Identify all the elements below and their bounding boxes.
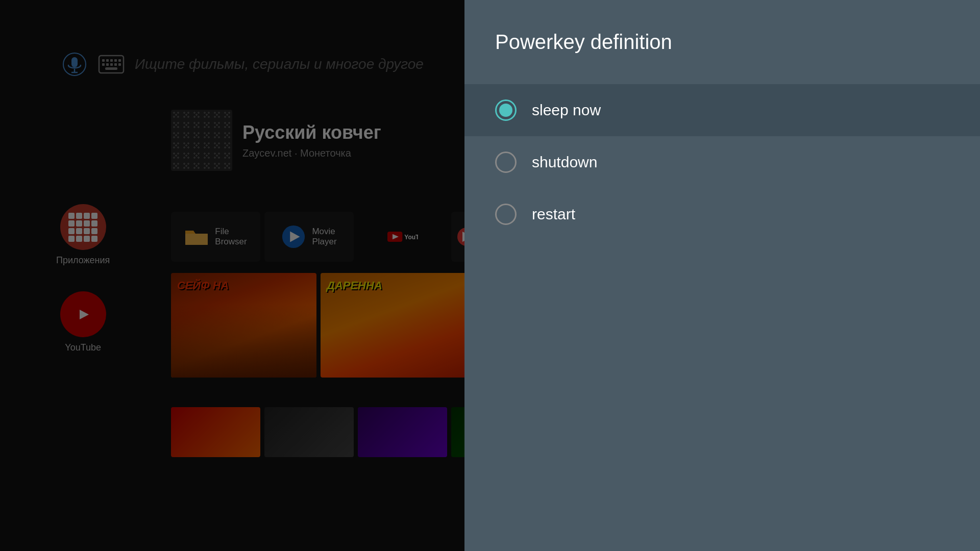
launcher-background: Ищите фильмы, сериалы и многое другое Ру…: [0, 0, 464, 551]
video-thumb-2[interactable]: ДАРЕННА: [321, 273, 464, 378]
restart-label: restart: [532, 206, 575, 223]
video-text-1: СЕЙФ НА: [177, 279, 229, 292]
featured-subtitle: Zaycev.net · Монеточка: [242, 147, 381, 159]
powerkey-option-restart[interactable]: restart: [464, 188, 980, 240]
powerkey-option-shutdown[interactable]: shutdown: [464, 136, 980, 188]
mic-icon[interactable]: [61, 51, 88, 78]
youtube-circle: [60, 291, 106, 337]
youtube-logo: YouTube: [387, 230, 418, 244]
featured-card: Русский ковчег Zaycev.net · Монеточка: [171, 110, 381, 171]
svg-rect-1: [71, 57, 78, 67]
search-bar: Ищите фильмы, сериалы и многое другое: [61, 51, 444, 78]
app-tile-file-browser[interactable]: FileBrowser: [171, 212, 260, 262]
keyboard-icon[interactable]: [98, 51, 125, 78]
app-tile-youtube[interactable]: YouTube: [358, 212, 447, 262]
featured-thumbnail: [171, 110, 232, 171]
svg-rect-6: [106, 59, 109, 62]
youtube-label: YouTube: [65, 342, 101, 353]
video-text-2: ДАРЕННА: [327, 279, 382, 292]
apps-circle: [60, 204, 106, 250]
powerkey-title: Powerkey definition: [464, 0, 980, 74]
featured-info: Русский ковчег Zaycev.net · Монеточка: [242, 122, 381, 159]
powerkey-option-sleep[interactable]: sleep now: [464, 84, 980, 136]
movie-player-icon: [281, 224, 306, 249]
grid-icon: [68, 213, 97, 242]
svg-rect-10: [102, 63, 105, 66]
youtube-play-icon: [70, 306, 96, 323]
bottom-thumb-4[interactable]: [451, 407, 464, 457]
sidebar-item-youtube[interactable]: YouTube: [56, 291, 110, 353]
app-tile-partial: [451, 212, 464, 262]
apps-label: Приложения: [56, 255, 110, 266]
svg-text:YouTube: YouTube: [404, 234, 418, 241]
svg-rect-17: [185, 234, 208, 245]
file-browser-label: FileBrowser: [215, 227, 247, 247]
bottom-video-row: [171, 407, 464, 457]
svg-rect-12: [110, 63, 113, 66]
radio-restart: [495, 204, 517, 225]
svg-rect-7: [110, 59, 113, 62]
sidebar-icons: Приложения YouTube: [56, 204, 110, 353]
svg-rect-13: [114, 63, 117, 66]
svg-marker-16: [80, 310, 89, 319]
svg-rect-9: [118, 59, 121, 62]
video-thumb-1[interactable]: СЕЙФ НА: [171, 273, 316, 378]
featured-title: Русский ковчег: [242, 122, 381, 143]
svg-rect-5: [102, 59, 105, 62]
search-input[interactable]: Ищите фильмы, сериалы и многое другое: [135, 56, 444, 72]
sleep-now-label: sleep now: [532, 102, 601, 119]
radio-shutdown: [495, 152, 517, 173]
app-tiles-row: FileBrowser MoviePlayer YouTube: [171, 212, 464, 262]
powerkey-options: sleep now shutdown restart: [464, 74, 980, 251]
folder-icon: [184, 224, 209, 249]
radio-inner-sleep: [499, 104, 512, 117]
movie-player-label: MoviePlayer: [312, 227, 336, 247]
shutdown-label: shutdown: [532, 154, 597, 171]
svg-rect-15: [105, 67, 117, 70]
svg-rect-14: [118, 63, 121, 66]
bottom-thumb-2[interactable]: [264, 407, 354, 457]
powerkey-panel: Powerkey definition sleep now shutdown r…: [464, 0, 980, 551]
radio-sleep: [495, 99, 517, 121]
svg-rect-8: [114, 59, 117, 62]
bottom-thumb-3[interactable]: [358, 407, 447, 457]
sidebar-item-apps[interactable]: Приложения: [56, 204, 110, 266]
app-tile-movie-player[interactable]: MoviePlayer: [264, 212, 354, 262]
bottom-thumb-1[interactable]: [171, 407, 260, 457]
svg-rect-11: [106, 63, 109, 66]
video-row: СЕЙФ НА ДАРЕННА МОЙСЛАЙМ: [171, 273, 464, 378]
